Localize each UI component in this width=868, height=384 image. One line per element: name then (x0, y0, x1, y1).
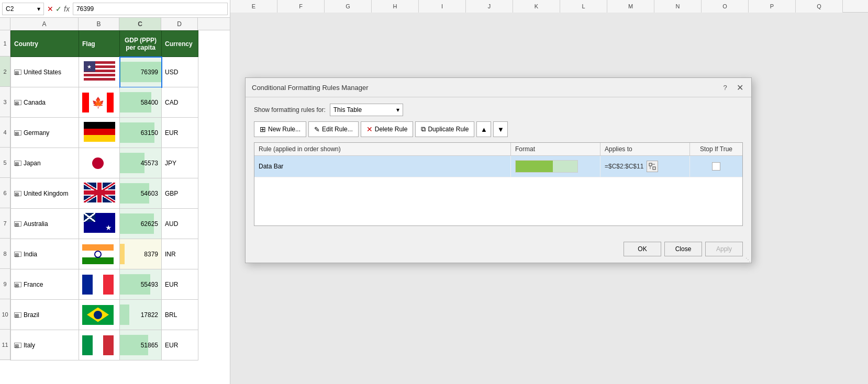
flag-it (82, 335, 114, 355)
cell-country-de[interactable]: ⊞Germany (11, 118, 79, 148)
cell-gdp-de[interactable]: 63150 (120, 118, 162, 148)
cell-country-it[interactable]: ⊞Italy (11, 330, 79, 360)
applies-to-cell[interactable]: =$C$2:$C$11 (600, 156, 690, 177)
cell-currency-it[interactable]: EUR (162, 330, 198, 360)
col-header-k[interactable]: K (513, 0, 560, 13)
col-header-p[interactable]: P (749, 0, 796, 13)
cell-currency-us[interactable]: USD (162, 57, 198, 87)
cell-country-br[interactable]: ⊞Brazil (11, 300, 79, 330)
cell-gdp-us[interactable]: 76399 (120, 57, 162, 87)
cell-currency-au[interactable]: AUD (162, 209, 198, 239)
cell-gdp-au[interactable]: 62625 (120, 209, 162, 239)
col-header-n[interactable]: N (654, 0, 702, 13)
close-button[interactable]: Close (664, 242, 702, 256)
col-header-m[interactable]: M (607, 0, 654, 13)
dialog-title-controls: ? ✕ (720, 82, 745, 93)
cell-country-au[interactable]: ⊞Australia (11, 209, 79, 239)
cell-country-jp[interactable]: ⊞Japan (11, 148, 79, 178)
th-country[interactable]: Country (11, 31, 79, 57)
cell-gdp-ca[interactable]: 58400 (120, 87, 162, 118)
col-header-stop-if-true: Stop If True (690, 143, 742, 155)
dropdown-chevron-icon: ▾ (396, 106, 399, 114)
col-header-j[interactable]: J (466, 0, 513, 13)
show-rules-dropdown[interactable]: This Table ▾ (330, 104, 403, 116)
col-header-f[interactable]: F (277, 0, 325, 13)
col-header-a[interactable]: A (10, 18, 79, 30)
col-header-e[interactable]: E (230, 0, 277, 13)
country-table-icon: ⊞ (14, 282, 21, 287)
ok-button[interactable]: OK (624, 242, 661, 256)
col-header-o[interactable]: O (702, 0, 749, 13)
country-table-icon: ⊞ (14, 312, 21, 318)
duplicate-rule-button[interactable]: ⧉ Duplicate Rule (415, 121, 474, 137)
cell-flag-au (79, 209, 120, 239)
cell-gdp-it[interactable]: 51865 (120, 330, 162, 360)
new-rule-icon: ⊞ (260, 125, 266, 133)
cell-ref-box[interactable]: C2 ▾ (2, 3, 44, 15)
rule-row-1[interactable]: Data Bar =$C$2:$C$11 (254, 156, 742, 177)
th-gdp[interactable]: GDP (PPP)per capita (120, 31, 162, 57)
th-currency[interactable]: Currency (162, 31, 198, 57)
flag-jp (82, 153, 114, 173)
applies-to-value: =$C$2:$C$11 (605, 163, 643, 170)
dialog-resize-handle[interactable]: ⋱ (745, 256, 751, 263)
move-rule-down-button[interactable]: ▼ (493, 121, 508, 137)
stop-if-true-checkbox[interactable] (712, 162, 720, 171)
row-num-7: 7 (0, 208, 10, 239)
cell-country-ca[interactable]: ⊞Canada (11, 87, 79, 118)
format-preview-bar (515, 160, 578, 173)
col-header-l[interactable]: L (560, 0, 607, 13)
cell-currency-gb[interactable]: GBP (162, 178, 198, 209)
flag-ca: 🍁 (82, 93, 114, 112)
table-row: ⊞Canada 🍁 58400 CAD (11, 87, 198, 118)
dialog-close-button[interactable]: ✕ (735, 82, 745, 93)
cell-ref-dropdown-icon[interactable]: ▾ (37, 5, 40, 13)
table-row: ⊞Italy 51865 EUR (11, 330, 198, 360)
new-rule-button[interactable]: ⊞ New Rule... (254, 121, 306, 137)
col-header-h[interactable]: H (372, 0, 419, 13)
col-header-c[interactable]: C (119, 18, 161, 30)
country-table-icon: ⊞ (14, 100, 21, 105)
cell-ref-picker-icon[interactable] (647, 161, 658, 172)
cell-gdp-jp[interactable]: 45573 (120, 148, 162, 178)
row-num-6: 6 (0, 178, 10, 208)
col-header-d[interactable]: D (161, 18, 198, 30)
cell-currency-fr[interactable]: EUR (162, 269, 198, 300)
formula-fx-icon[interactable]: fx (64, 5, 70, 13)
cell-currency-br[interactable]: BRL (162, 300, 198, 330)
cell-gdp-in[interactable]: 8379 (120, 239, 162, 269)
svg-rect-0 (649, 163, 652, 166)
stop-if-true-cell[interactable] (690, 156, 742, 177)
cell-country-gb[interactable]: ⊞United Kingdom (11, 178, 79, 209)
cell-gdp-br[interactable]: 17822 (120, 300, 162, 330)
move-rule-up-button[interactable]: ▲ (476, 121, 491, 137)
dialog-help-button[interactable]: ? (720, 82, 730, 93)
row-num-5: 5 (0, 148, 10, 178)
th-flag[interactable]: Flag (79, 31, 120, 57)
formula-confirm-icon[interactable]: ✓ (55, 5, 62, 13)
formula-input[interactable] (73, 3, 228, 15)
cell-country-us[interactable]: ⊞United States (11, 57, 79, 87)
spreadsheet: C2 ▾ ✕ ✓ fx A B C D 1 2 3 4 5 6 7 8 9 10 (0, 0, 230, 384)
flag-de (84, 122, 115, 142)
cell-currency-de[interactable]: EUR (162, 118, 198, 148)
country-table-icon: ⊞ (14, 161, 21, 166)
col-header-g[interactable]: G (325, 0, 372, 13)
col-header-b[interactable]: B (79, 18, 119, 30)
col-header-i[interactable]: I (419, 0, 466, 13)
cell-currency-jp[interactable]: JPY (162, 148, 198, 178)
apply-button[interactable]: Apply (705, 242, 743, 256)
delete-rule-button[interactable]: ✕ Delete Rule (361, 121, 414, 137)
cell-gdp-gb[interactable]: 54603 (120, 178, 162, 209)
flag-us (84, 61, 115, 81)
cell-currency-ca[interactable]: CAD (162, 87, 198, 118)
edit-rule-button[interactable]: ✎ Edit Rule... (308, 121, 359, 137)
cell-country-fr[interactable]: ⊞France (11, 269, 79, 300)
cell-country-in[interactable]: ⊞India (11, 239, 79, 269)
col-header-q[interactable]: Q (796, 0, 843, 13)
country-table-icon: ⊞ (14, 191, 21, 196)
cell-currency-in[interactable]: INR (162, 239, 198, 269)
cell-flag-it (79, 330, 120, 360)
formula-cancel-icon[interactable]: ✕ (47, 5, 53, 13)
cell-gdp-fr[interactable]: 55493 (120, 269, 162, 300)
